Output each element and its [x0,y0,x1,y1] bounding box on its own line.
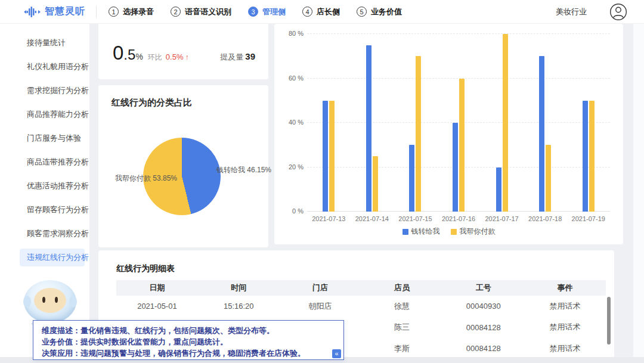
sidebar-item-label: 门店服务与体验 [27,133,81,144]
table-row[interactable]: 2021-05-0115:16:20朝阳店徐慧00040930禁用话术 [116,296,606,317]
table-cell: 00040930 [442,302,524,311]
bar-钱转给我[interactable] [366,45,371,212]
bar-我帮你付款[interactable] [373,156,378,212]
sidebar-item[interactable]: 违规红线行为分析 [0,246,89,269]
stat-value: 0 [113,42,123,64]
bar-我帮你付款[interactable] [329,101,335,212]
stat-card: 0 .5 % 环比 0.5% ↑ 提及量39 [98,24,268,79]
pie-label-right: 钱转给我 46.15% [216,165,271,175]
table-cell: 禁用话术 [524,322,606,333]
table-cell: 陈三 [361,322,442,333]
bar-chart-card: 0 %20 %40 %60 %80 % 2021-07-132021-07-14… [274,24,623,244]
bar-钱转给我[interactable] [583,101,588,212]
user-avatar-icon[interactable] [609,3,627,21]
bar-我帮你付款[interactable] [459,79,465,212]
sidebar-item-label: 接待量统计 [27,38,66,48]
nav-divider [96,6,97,18]
nav-step-2[interactable]: 2语音语义识别 [171,7,231,17]
step-number: 4 [302,7,312,17]
collapse-button[interactable]: « [332,349,341,358]
column-header: 门店 [280,283,361,293]
sidebar-item[interactable]: 门店服务与体验 [0,126,89,150]
pie-chart-card: 红线行为的分类占比 钱转给我 46.15% 我帮你付款 53.85% [98,85,268,247]
tooltip-line: 业务价值：提供实时数据化监管能力，重点问题统计。 [42,337,336,348]
table-cell: 朝阳店 [280,301,361,312]
dashboard-page: 智慧灵听 1选择录音2语音语义识别3管理侧4店长侧5业务价值 美妆行业 接待量统… [0,0,644,363]
top-navbar: 智慧灵听 1选择录音2语音语义识别3管理侧4店长侧5业务价值 美妆行业 [0,0,644,24]
legend-item[interactable]: 我帮你付款 [451,227,496,237]
sidebar-item-label: 顾客需求洞察分析 [27,228,89,239]
legend-label: 我帮你付款 [460,227,496,237]
bar-我帮你付款[interactable] [546,145,551,212]
bar-钱转给我[interactable] [496,167,501,212]
bar-我帮你付款[interactable] [416,56,421,212]
up-arrow-icon: ↑ [185,52,189,61]
sidebar-menu: 接待量统计礼仪礼貌用语分析需求挖掘行为分析商品推荐能力分析门店服务与体验商品连带… [0,24,89,269]
tooltip-lines: 维度描述：量化销售违规、红线行为，包括问题频次、类型分布等。业务价值：提供实时数… [42,325,336,359]
sidebar-item-label: 违规红线行为分析 [27,252,89,263]
sidebar-item-label: 礼仪礼貌用语分析 [27,61,89,72]
bar-我帮你付款[interactable] [589,101,595,212]
bar-group [351,34,394,212]
nav-step-4[interactable]: 4店长侧 [302,7,340,17]
bar-钱转给我[interactable] [453,123,458,212]
step-label: 店长侧 [317,7,340,17]
table-scrollbar[interactable] [607,297,611,345]
logo: 智慧灵听 [24,5,85,18]
bar-groups [307,34,610,212]
step-number: 1 [109,7,119,17]
sidebar-item[interactable]: 接待量统计 [0,31,89,55]
sidebar-item[interactable]: 顾客需求洞察分析 [0,222,89,246]
right-page-strip [633,0,644,363]
sidebar-item[interactable]: 商品推荐能力分析 [0,103,89,126]
y-axis-tick: 20 % [280,163,304,170]
x-axis-label: 2021-07-18 [524,215,567,222]
sidebar-item[interactable]: 礼仪礼貌用语分析 [0,55,89,79]
legend-swatch [402,229,408,235]
sidebar-item[interactable]: 商品连带推荐分析 [0,150,89,174]
x-axis-label: 2021-07-16 [437,215,481,222]
bar-钱转给我[interactable] [539,56,544,212]
y-axis-tick: 60 % [280,75,304,82]
x-axis-label: 2021-07-13 [307,215,351,222]
table-cell: 李斯 [361,343,442,354]
tooltip-line: 维度描述：量化销售违规、红线行为，包括问题频次、类型分布等。 [42,325,336,337]
table-cell: 15:16:20 [198,302,280,311]
bar-group [307,34,351,212]
table-cell: 徐慧 [361,301,442,312]
legend-item[interactable]: 钱转给我 [402,227,440,237]
bar-钱转给我[interactable] [409,145,414,212]
sidebar-item-label: 留存顾客行为分析 [27,204,89,215]
stat-value-fraction: .5 [123,46,135,63]
sidebar-item[interactable]: 优惠活动推荐分析 [0,174,89,198]
column-header: 事件 [524,283,606,293]
pie-card-title: 红线行为的分类占比 [98,85,268,108]
nav-steps: 1选择录音2语音语义识别3管理侧4店长侧5业务价值 [109,7,402,17]
tooltip-line: 决策应用：违规问题预警与处理，确保销售行为合规，稳固消费者在店体验。 [42,348,336,359]
sidebar-item[interactable]: 留存顾客行为分析 [0,198,89,222]
bar-group [566,34,610,212]
nav-step-1[interactable]: 1选择录音 [109,7,154,17]
x-axis-label: 2021-07-17 [480,215,524,222]
pie-label-left: 我帮你付款 53.85% [115,173,177,184]
y-axis-tick: 40 % [280,119,304,126]
table-title: 红线行为明细表 [98,250,614,274]
mascot-face [34,288,66,313]
step-number: 2 [171,7,181,17]
nav-step-3[interactable]: 3管理侧 [248,7,286,17]
bar-group [524,34,567,212]
nav-right: 美妆行业 [556,3,644,21]
table-cell: 00084128 [442,323,524,332]
bar-我帮你付款[interactable] [503,34,508,212]
bar-钱转给我[interactable] [323,101,328,212]
stat-row: 0 .5 % 环比 0.5% ↑ 提及量39 [98,24,268,64]
step-number: 3 [248,7,258,17]
legend-label: 钱转给我 [411,227,440,237]
table-cell: 2021-05-01 [116,302,198,311]
dimension-tooltip: 维度描述：量化销售违规、红线行为，包括问题频次、类型分布等。业务价值：提供实时数… [33,320,344,360]
sidebar-item[interactable]: 需求挖掘行为分析 [0,79,89,103]
column-header: 时间 [198,283,280,293]
nav-step-5[interactable]: 5业务价值 [357,7,402,17]
step-label: 选择录音 [123,7,154,17]
bar-group [480,34,524,212]
